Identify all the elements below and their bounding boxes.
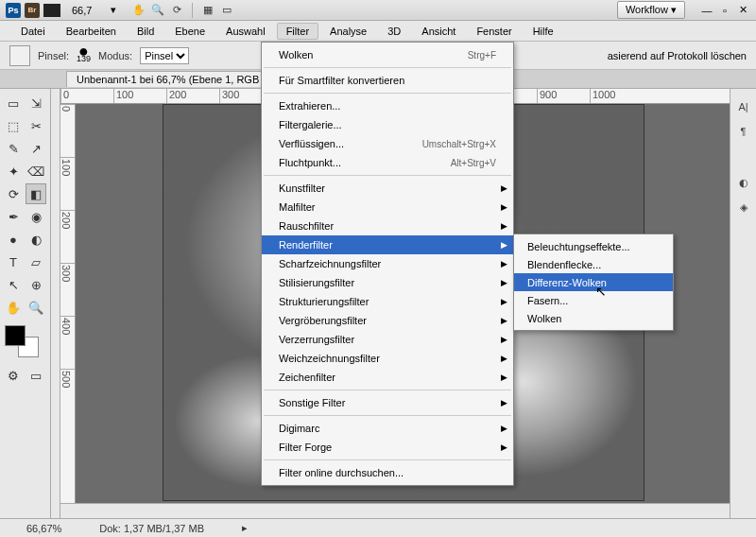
menu-3d[interactable]: 3D <box>378 23 410 40</box>
adjustments-icon[interactable]: ◐ <box>735 174 752 191</box>
tool-gradient[interactable]: ✒ <box>3 206 24 227</box>
tool-palette: ▭ ⇲ ⬚ ✂ ✎ ↗ ✦ ⌫ ⟳ ◧ ✒ ◉ ● ◐ T ▱ ↖ ⊕ ✋ 🔍 … <box>0 89 51 518</box>
filter-menu: WolkenStrg+F Für Smartfilter konvertiere… <box>261 42 514 486</box>
zoom-icon[interactable]: 🔍 <box>149 2 166 19</box>
menu-item-strukturierungsfilter[interactable]: Strukturierungsfilter▶ <box>262 292 513 311</box>
menu-item-verfluessigen[interactable]: Verflüssigen...Umschalt+Strg+X <box>262 134 513 153</box>
menu-item-filtergalerie[interactable]: Filtergalerie... <box>262 115 513 134</box>
menu-hilfe[interactable]: Hilfe <box>524 23 563 40</box>
submenu-beleuchtungseffekte[interactable]: Beleuchtungseffekte... <box>514 237 673 255</box>
submenu-blendenflecke[interactable]: Blendenflecke... <box>514 255 673 273</box>
eraser-preview-icon[interactable] <box>9 45 30 66</box>
close-button[interactable]: ✕ <box>735 4 750 17</box>
right-panel-strip: A| ¶ ◐ ◈ <box>730 89 756 518</box>
tool-crop[interactable]: ✂ <box>26 115 46 136</box>
menu-filter[interactable]: Filter <box>277 23 318 40</box>
document-tab[interactable]: Unbenannt-1 bei 66,7% (Ebene 1, RGB <box>66 71 269 87</box>
brush-thumb[interactable]: ●139 <box>77 48 91 63</box>
menu-item-online[interactable]: Filter online durchsuchen... <box>262 463 513 482</box>
menu-fenster[interactable]: Fenster <box>467 23 521 40</box>
tool-blur[interactable]: ◉ <box>26 206 46 227</box>
menu-item-rauschfilter[interactable]: Rauschfilter▶ <box>262 217 513 235</box>
vertical-ruler: 0100200300400500 <box>60 104 76 503</box>
tool-eyedropper[interactable]: ✎ <box>3 138 24 159</box>
mode-label: Modus: <box>98 50 132 61</box>
menu-item-scharfzeichnungsfilter[interactable]: Scharfzeichnungsfilter▶ <box>262 254 513 273</box>
maximize-button[interactable]: ▫ <box>717 4 732 17</box>
status-bar: 66,67% Dok: 1,37 MB/1,37 MB ▸ <box>0 518 756 537</box>
bridge-icon[interactable]: Br <box>25 3 40 18</box>
status-doc-size[interactable]: Dok: 1,37 MB/1,37 MB <box>99 523 204 534</box>
tool-stamp[interactable]: ⌫ <box>26 161 46 182</box>
menu-item-kunstfilter[interactable]: Kunstfilter▶ <box>262 179 513 198</box>
zoom-caret-icon[interactable]: ▾ <box>111 4 116 16</box>
menu-item-verzerrungsfilter[interactable]: Verzerrungsfilter▶ <box>262 330 513 349</box>
menu-item-malfilter[interactable]: Malfilter▶ <box>262 198 513 217</box>
menu-item-fluchtpunkt[interactable]: Fluchtpunkt...Alt+Strg+V <box>262 153 513 172</box>
hand-icon[interactable]: ✋ <box>130 2 147 19</box>
tool-history[interactable]: ⟳ <box>3 183 24 204</box>
tool-move[interactable]: ▭ <box>3 93 24 113</box>
menu-item-smartfilter[interactable]: Für Smartfilter konvertieren <box>262 71 513 90</box>
menu-item-filterforge[interactable]: Filter Forge▶ <box>262 438 513 457</box>
status-zoom[interactable]: 66,67% <box>26 523 61 534</box>
menu-bild[interactable]: Bild <box>128 23 163 40</box>
tool-type[interactable]: T <box>3 251 24 272</box>
tool-eraser[interactable]: ◧ <box>26 183 46 204</box>
character-icon[interactable]: A| <box>735 98 752 115</box>
color-swatches[interactable] <box>3 325 46 363</box>
menu-item-wolken[interactable]: WolkenStrg+F <box>262 45 513 64</box>
submenu-fasern[interactable]: Fasern... <box>514 291 673 309</box>
tool-brush[interactable]: ✦ <box>3 161 24 182</box>
minimize-button[interactable]: — <box>699 4 714 17</box>
menu-item-sonstige[interactable]: Sonstige Filter▶ <box>262 393 513 412</box>
zoom-readout[interactable]: 66,7 <box>72 5 92 16</box>
tool-3d[interactable]: ⊕ <box>26 274 46 295</box>
tool-spot[interactable]: ↗ <box>26 138 46 159</box>
menu-item-renderfilter[interactable]: Renderfilter▶ <box>262 235 513 254</box>
menu-item-zeichenfilter[interactable]: Zeichenfilter▶ <box>262 368 513 387</box>
menu-ansicht[interactable]: Ansicht <box>412 23 465 40</box>
screen-mode-icon[interactable]: ▭ <box>218 2 235 19</box>
tool-marquee[interactable]: ⇲ <box>26 93 46 113</box>
brush-label: Pinsel: <box>38 50 69 61</box>
layers-icon[interactable]: ◈ <box>735 199 752 216</box>
menu-item-digimarc[interactable]: Digimarc▶ <box>262 419 513 438</box>
tool-dodge[interactable]: ● <box>3 229 24 250</box>
menu-item-weichzeichnungsfilter[interactable]: Weichzeichnungsfilter▶ <box>262 349 513 368</box>
renderfilter-submenu: Beleuchtungseffekte... Blendenflecke... … <box>513 234 674 331</box>
tool-quickmask[interactable]: ⚙ <box>3 365 24 386</box>
tool-lasso[interactable]: ⬚ <box>3 115 24 136</box>
title-bar: Ps Br 66,7 ▾ ✋ 🔍 ⟳ ▦ ▭ Workflow ▾ — ▫ ✕ <box>0 0 756 21</box>
horizontal-scrollbar[interactable] <box>60 503 730 518</box>
tool-path[interactable]: ▱ <box>26 251 46 272</box>
options-trailing: asierend auf Protokoll löschen <box>608 50 747 61</box>
menu-bearbeiten[interactable]: Bearbeiten <box>57 23 126 40</box>
workspace-switcher[interactable]: Workflow ▾ <box>617 1 685 19</box>
menu-ebene[interactable]: Ebene <box>165 23 215 40</box>
menu-auswahl[interactable]: Auswahl <box>216 23 275 40</box>
tool-shape[interactable]: ↖ <box>3 274 24 295</box>
menu-item-stilisierungsfilter[interactable]: Stilisierungsfilter▶ <box>262 273 513 292</box>
tool-hand[interactable]: ✋ <box>3 297 24 318</box>
menu-analyse[interactable]: Analyse <box>320 23 376 40</box>
film-icon[interactable] <box>43 4 60 17</box>
menu-bar: Datei Bearbeiten Bild Ebene Auswahl Filt… <box>0 21 756 42</box>
status-arrow-icon[interactable]: ▸ <box>242 522 248 534</box>
menu-item-extrahieren[interactable]: Extrahieren... <box>262 96 513 115</box>
paragraph-icon[interactable]: ¶ <box>735 123 752 140</box>
palette-edge[interactable] <box>51 89 60 518</box>
tool-pen[interactable]: ◐ <box>26 229 46 250</box>
mode-select[interactable]: Pinsel <box>140 47 189 64</box>
menu-datei[interactable]: Datei <box>11 23 55 40</box>
ps-logo-icon: Ps <box>6 3 21 18</box>
arrange-icon[interactable]: ▦ <box>199 2 216 19</box>
submenu-wolken[interactable]: Wolken <box>514 309 673 327</box>
tool-zoom[interactable]: 🔍 <box>26 297 46 318</box>
submenu-differenz-wolken[interactable]: Differenz-Wolken <box>514 273 673 291</box>
tool-screenmode[interactable]: ▭ <box>26 365 46 386</box>
menu-item-vergroeberungsfilter[interactable]: Vergröberungsfilter▶ <box>262 311 513 330</box>
rotate-icon[interactable]: ⟳ <box>168 2 185 19</box>
